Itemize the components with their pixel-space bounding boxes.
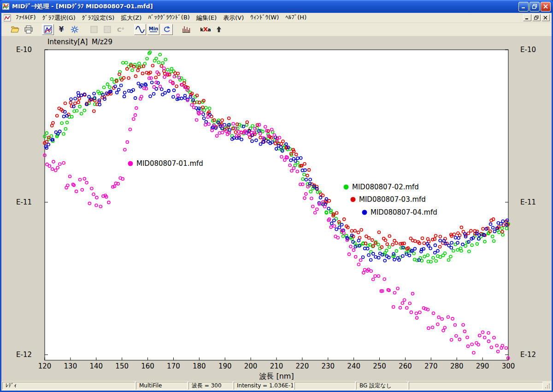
resize-grip[interactable] [544,382,551,389]
menu-item-help[interactable]: ﾍﾙﾌﾟ(H) [282,13,310,23]
menu-item-graph-settings[interactable]: ｸﾞﾗﾌ設定(S) [79,13,118,23]
menu-item-background[interactable]: ﾊﾞｯｸｸﾞﾗｳﾝﾄﾞ(B) [145,13,193,23]
blank-1-icon [89,25,99,34]
comb-icon [182,25,191,34]
svg-text:M/z29: M/z29 [92,38,112,46]
menu-item-window[interactable]: ｳｨﾝﾄﾞｳ(W) [247,13,282,23]
toolbar-button-gear[interactable] [69,24,81,35]
min-icon: Min [148,25,159,34]
svg-text:260: 260 [399,362,412,370]
svg-text:E-10: E-10 [16,46,32,54]
status-panel-bg-setting: BG 設定なし [356,382,408,390]
toolbar-button-print[interactable] [23,24,35,35]
close-button[interactable] [541,2,551,12]
menu-item-file[interactable]: ﾌｧｲﾙ(F) [12,13,39,23]
legend-marker [351,197,356,202]
svg-text:E-10: E-10 [520,46,536,54]
svg-text:290: 290 [476,362,489,370]
child-window-icon[interactable] [4,14,11,22]
svg-text:170: 170 [167,362,180,370]
mdi-child-controls [523,14,551,21]
graph-select-icon [43,25,53,34]
toolbar-button-yen[interactable]: ¥ [55,24,67,35]
status-panel-filler [409,382,543,390]
menu-item-graph-select[interactable]: ｸﾞﾗﾌ選択(G) [39,13,79,23]
svg-text:140: 140 [89,362,103,370]
open-folder-icon [11,25,20,34]
svg-text:E-11: E-11 [520,198,536,206]
toolbar-button-sine[interactable] [134,24,146,35]
svg-text:280: 280 [450,362,464,370]
toolbar-button-comb[interactable] [180,24,192,35]
toolbar-button-blank-2 [101,24,113,35]
svg-text:E-11: E-11 [16,198,32,206]
toolbar-button-blank-1 [88,24,100,35]
menu-item-view[interactable]: 表示(V) [220,13,247,23]
svg-text:160: 160 [141,362,154,370]
toolbar-button-eject-up[interactable] [213,24,225,35]
app-window: MIDﾃﾞｰﾀ処理 - [MIDｸﾞﾗﾌ MID080807-01.mfd] ﾌ… [0,0,553,392]
minimize-button[interactable] [518,2,529,12]
status-panel-wavelength: 波長 = 300 [188,382,233,390]
celsius-icon: C° [116,25,125,34]
svg-text:C°: C° [117,26,124,33]
svg-text:180: 180 [193,362,206,370]
svg-text:波長 [nm]: 波長 [nm] [259,372,294,380]
mdi-minimize-button[interactable] [523,14,531,21]
menu-items: ﾌｧｲﾙ(F)ｸﾞﾗﾌ選択(G)ｸﾞﾗﾌ設定(S)拡大(Z)ﾊﾞｯｸｸﾞﾗｳﾝﾄ… [12,13,310,23]
title-bar[interactable]: MIDﾃﾞｰﾀ処理 - [MIDｸﾞﾗﾌ MID080807-01.mfd] [0,0,553,13]
menu-item-edit[interactable]: 編集(E) [193,13,220,23]
status-panel-intensity: Intensity = 1.036E-12 [234,382,294,390]
svg-text:150: 150 [115,362,129,370]
svg-text:220: 220 [296,362,309,370]
svg-text:MID080807-02.mfd: MID080807-02.mfd [352,183,419,191]
svg-text:230: 230 [321,362,335,370]
toolbar-button-kxa[interactable]: kXa [200,24,212,35]
gear-icon [70,25,79,34]
window-title: MIDﾃﾞｰﾀ処理 - [MIDｸﾞﾗﾌ MID080807-01.mfd] [12,2,516,11]
toolbar-button-graph-select[interactable] [42,24,54,35]
legend-marker [362,210,367,215]
svg-text:300: 300 [502,362,515,370]
print-icon [24,25,33,34]
svg-text:200: 200 [244,362,258,370]
svg-text:270: 270 [424,362,438,370]
toolbar-button-undo-loop[interactable] [161,24,173,35]
window-controls [518,2,551,12]
svg-text:190: 190 [218,362,232,370]
svg-text:240: 240 [347,362,360,370]
svg-text:MID080807-01.mfd: MID080807-01.mfd [136,159,203,168]
svg-text:210: 210 [270,362,283,370]
status-panel-ready: ﾚﾃﾞｨ [2,382,135,390]
sine-icon [135,25,145,34]
status-panel-spacer [294,382,355,390]
toolbar: ¥C°MinkXa [1,23,552,36]
app-icon [2,3,10,10]
svg-text:Intensity[A]: Intensity[A] [47,38,88,46]
yen-icon: ¥ [57,25,66,34]
toolbar-button-open-folder[interactable] [9,24,21,35]
kxa-icon: kXa [200,25,211,34]
svg-text:250: 250 [373,362,386,370]
svg-text:a: a [207,27,211,33]
mdi-restore-button[interactable] [532,14,541,21]
menu-bar: ﾌｧｲﾙ(F)ｸﾞﾗﾌ選択(G)ｸﾞﾗﾌ設定(S)拡大(Z)ﾊﾞｯｸｸﾞﾗｳﾝﾄ… [1,13,552,23]
mdi-close-button[interactable] [541,14,550,21]
toolbar-button-min[interactable]: Min [147,24,159,35]
svg-text:MID080807-03.mfd: MID080807-03.mfd [359,195,426,204]
undo-loop-icon [162,25,171,34]
svg-text:MID080807-04.mfd: MID080807-04.mfd [371,208,437,216]
svg-text:Min: Min [149,26,159,31]
blank-2-icon [103,25,112,34]
svg-text:120: 120 [38,362,52,370]
svg-text:130: 130 [64,362,77,370]
window-content: ﾌｧｲﾙ(F)ｸﾞﾗﾌ選択(G)ｸﾞﾗﾌ設定(S)拡大(Z)ﾊﾞｯｸｸﾞﾗｳﾝﾄ… [1,13,552,391]
status-bar: ﾚﾃﾞｨMultiFile波長 = 300Intensity = 1.036E-… [1,381,552,391]
svg-text:¥: ¥ [59,25,64,34]
restore-button[interactable] [529,2,540,12]
legend-marker [344,185,349,190]
plot-area[interactable] [45,50,508,360]
client-area: Intensity[A]M/z2912013014015016017018019… [1,36,552,381]
menu-item-zoom[interactable]: 拡大(Z) [118,13,145,23]
legend-marker [128,161,133,166]
